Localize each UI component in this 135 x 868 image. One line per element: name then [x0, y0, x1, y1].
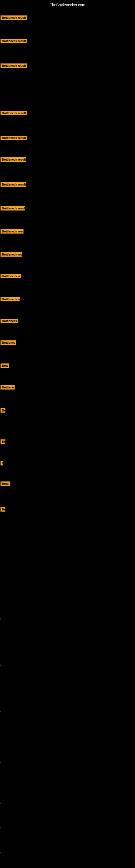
bottleneck-badge-10: Bottleneck res	[1, 274, 21, 278]
bottleneck-badge-20: Bo	[1, 507, 5, 512]
line-indicator-4	[1, 803, 1, 804]
bottleneck-badge-5: Bottleneck result	[1, 157, 26, 162]
bottleneck-badge-0: Bottleneck result	[1, 16, 27, 20]
line-indicator-2	[1, 711, 1, 712]
bottleneck-badge-17: Bo	[1, 439, 5, 444]
bottleneck-badge-14: Bott	[1, 364, 9, 368]
line-indicator-3	[1, 762, 1, 763]
bottleneck-badge-4: Bottleneck result	[1, 135, 27, 140]
site-title: TheBottlenecker.com	[0, 1, 135, 9]
line-indicator-5	[1, 827, 1, 828]
bottleneck-badge-13: Bottlenec	[1, 340, 16, 345]
line-indicator-0	[1, 618, 1, 620]
bottleneck-badge-2: Bottleneck result	[1, 63, 27, 68]
bottleneck-badge-18: B	[1, 461, 3, 465]
bottleneck-badge-15: Bottlene	[1, 385, 14, 390]
bottleneck-badge-8: Bottleneck resu	[1, 229, 24, 234]
bottleneck-badge-1: Bottleneck result	[1, 39, 27, 43]
line-indicator-1	[1, 664, 1, 665]
bottleneck-badge-16: Bo	[1, 408, 5, 412]
bottleneck-badge-7: Bottleneck result	[1, 206, 25, 211]
bottleneck-badge-9: Bottleneck resu	[1, 252, 22, 257]
line-indicator-6	[1, 852, 1, 853]
bottleneck-badge-3: Bottleneck result	[1, 111, 27, 115]
bottleneck-badge-19: Bottl	[1, 482, 10, 486]
bottleneck-badge-11: Bottleneck res	[1, 297, 20, 301]
bottleneck-badge-12: Bottleneck re	[1, 319, 18, 323]
bottleneck-badge-6: Bottleneck result	[1, 182, 26, 187]
